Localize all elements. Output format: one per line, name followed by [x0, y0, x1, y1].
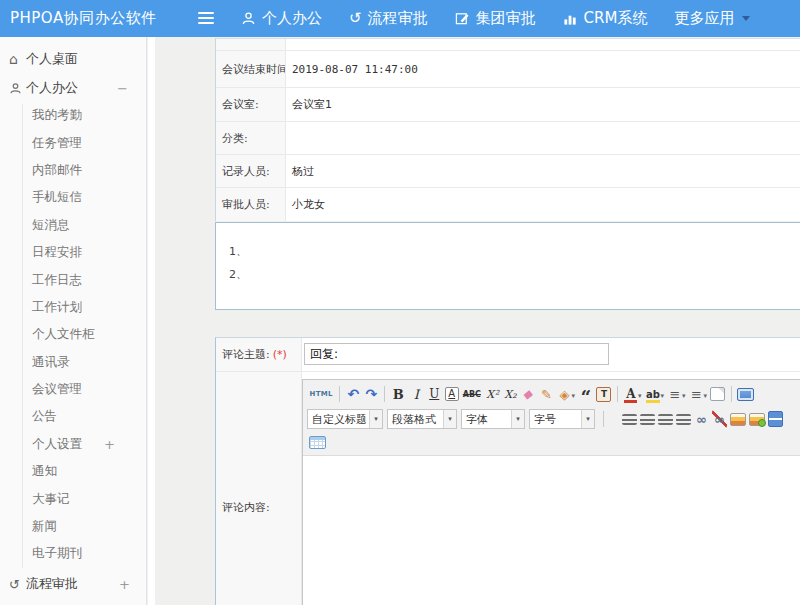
strikethrough-button[interactable]: ABC	[462, 385, 482, 403]
topmenu-personal-office[interactable]: 个人办公	[241, 9, 322, 28]
toolbar-separator	[339, 386, 340, 402]
highlight-color-caret[interactable]: ▾	[660, 392, 664, 400]
image-upload-icon[interactable]	[749, 413, 765, 426]
unordered-list-caret[interactable]: ▾	[703, 392, 707, 400]
topmenu-label: 更多应用	[674, 9, 734, 28]
editor-toolbar: HTML ↶ ↷ B I U A ABC X² X₂ ◆ ✎	[303, 380, 800, 456]
editor-content-area[interactable]	[303, 456, 800, 605]
new-page-icon[interactable]	[710, 387, 725, 401]
eraser-icon[interactable]: ◆	[519, 385, 538, 403]
sidebar-item-my-attendance[interactable]: 我的考勤	[0, 102, 146, 129]
comment-form-table: 评论主题: (*) 评论内容: HTML ↶ ↷ B	[215, 337, 800, 605]
sidebar-item-schedule[interactable]: 日程安排	[0, 239, 146, 266]
underline-button[interactable]: U	[427, 385, 442, 403]
sidebar-item-label: 流程审批	[26, 575, 78, 593]
cycle-icon: ↺	[9, 577, 26, 592]
hamburger-menu-icon[interactable]	[198, 12, 214, 26]
ordered-list-button[interactable]: ≡	[667, 385, 682, 403]
sidebar-item-personal-desktop[interactable]: ⌂ 个人桌面	[0, 44, 146, 74]
ordered-list-caret[interactable]: ▾	[682, 392, 686, 400]
sidebar-item-personal-office[interactable]: 个人办公 −	[0, 74, 146, 102]
fullscreen-icon[interactable]	[737, 388, 754, 401]
table-icon[interactable]	[309, 436, 326, 449]
topmenu-group-approval[interactable]: 集团审批	[455, 9, 536, 28]
sidebar-item-e-journal[interactable]: 电子期刊	[0, 540, 146, 567]
meeting-detail-table: 会议结束时间: 2019-08-07 11:47:00 会议室: 会议室1 分类…	[215, 38, 800, 221]
paste-as-text-icon[interactable]: T	[596, 387, 611, 402]
expand-icon[interactable]: +	[104, 437, 115, 452]
undo-button[interactable]: ↶	[346, 385, 361, 403]
source-code-button[interactable]: HTML	[309, 385, 334, 403]
sidebar-item-news[interactable]: 新闻	[0, 513, 146, 540]
align-center-icon[interactable]	[640, 414, 655, 425]
sidebar-item-personal-file-cabinet[interactable]: 个人文件柜	[0, 321, 146, 348]
sidebar-item-work-plan[interactable]: 工作计划	[0, 294, 146, 321]
media-icon[interactable]	[768, 411, 783, 427]
sidebar-scrollbar-track[interactable]	[148, 37, 155, 605]
sidebar-item-short-message[interactable]: 短消息	[0, 212, 146, 239]
table-row: 分类:	[216, 122, 800, 155]
sidebar-item-memorabilia[interactable]: 大事记	[0, 485, 146, 512]
field-label: 分类:	[216, 122, 286, 154]
link-icon[interactable]: ∞	[694, 410, 709, 428]
redo-button[interactable]: ↷	[364, 385, 379, 403]
topmenu-more-apps[interactable]: 更多应用	[674, 9, 750, 28]
blockquote-button[interactable]: “	[578, 385, 593, 403]
field-label: 审批人员:	[216, 188, 286, 221]
select-caret-icon: ▾	[443, 410, 456, 428]
font-size-select[interactable]: 字号 ▾	[529, 409, 595, 429]
sidebar-item-meeting-management[interactable]: 会议管理	[0, 376, 146, 403]
sidebar-item-contacts[interactable]: 通讯录	[0, 349, 146, 376]
sidebar-item-mobile-sms[interactable]: 手机短信	[0, 184, 146, 211]
image-icon[interactable]	[730, 413, 746, 426]
align-left-icon[interactable]	[622, 414, 637, 425]
rich-text-editor: HTML ↶ ↷ B I U A ABC X² X₂ ◆ ✎	[302, 379, 800, 605]
remove-format-button[interactable]: A	[445, 387, 459, 401]
meeting-content-box: 1、 2、	[215, 222, 800, 310]
heading-select[interactable]: 自定义标题 ▾	[307, 409, 383, 429]
fill-color-caret[interactable]: ▾	[571, 392, 575, 400]
font-family-select[interactable]: 字体 ▾	[461, 409, 525, 429]
collapse-icon[interactable]: −	[117, 81, 128, 96]
edit-icon	[455, 11, 470, 26]
sidebar-item-personal-settings[interactable]: 个人设置 +	[0, 431, 146, 458]
select-caret-icon: ▾	[581, 410, 594, 428]
fill-color-icon[interactable]: ◈	[557, 385, 572, 403]
format-brush-icon[interactable]: ✎	[539, 385, 554, 403]
sidebar-item-announcement[interactable]: 公告	[0, 403, 146, 430]
user-icon	[9, 82, 26, 95]
subscript-button[interactable]: X₂	[503, 385, 518, 403]
align-right-icon[interactable]	[658, 414, 673, 425]
topmenu-workflow-approval[interactable]: ↺ 流程审批	[349, 9, 428, 28]
font-color-caret[interactable]: ▾	[638, 392, 642, 400]
required-mark: (*)	[273, 348, 287, 361]
select-caret-icon: ▾	[511, 410, 524, 428]
topmenu-label: 集团审批	[476, 9, 536, 28]
category-value	[286, 122, 800, 154]
unlink-icon[interactable]: ∞	[712, 410, 727, 428]
paragraph-format-select[interactable]: 段落格式 ▾	[387, 409, 457, 429]
sidebar-item-task-management[interactable]: 任务管理	[0, 129, 146, 156]
select-caret-icon: ▾	[369, 410, 382, 428]
comment-subject-row: 评论主题: (*)	[216, 338, 800, 372]
superscript-button[interactable]: X²	[485, 385, 500, 403]
sidebar-item-work-log[interactable]: 工作日志	[0, 266, 146, 293]
toolbar-separator	[731, 386, 732, 402]
unordered-list-button[interactable]: ≡	[689, 385, 704, 403]
italic-button[interactable]: I	[409, 385, 424, 403]
table-row: 审批人员: 小龙女	[216, 188, 800, 221]
meeting-end-time-value: 2019-08-07 11:47:00	[286, 51, 800, 87]
sidebar-item-workflow-approval[interactable]: ↺ 流程审批 +	[0, 570, 146, 598]
content-line: 1、	[229, 240, 800, 263]
topmenu-label: 个人办公	[262, 9, 322, 28]
expand-icon[interactable]: +	[119, 577, 130, 592]
bold-button[interactable]: B	[391, 385, 406, 403]
justify-icon[interactable]	[676, 414, 691, 425]
font-color-button[interactable]: A	[623, 385, 638, 403]
sidebar-item-internal-mail[interactable]: 内部邮件	[0, 157, 146, 184]
topmenu-crm-system[interactable]: CRM系统	[563, 9, 648, 28]
comment-content-label: 评论内容:	[222, 500, 270, 515]
sidebar-item-notification[interactable]: 通知	[0, 458, 146, 485]
highlight-color-button[interactable]: ab	[645, 385, 661, 403]
comment-subject-input[interactable]	[304, 343, 609, 365]
